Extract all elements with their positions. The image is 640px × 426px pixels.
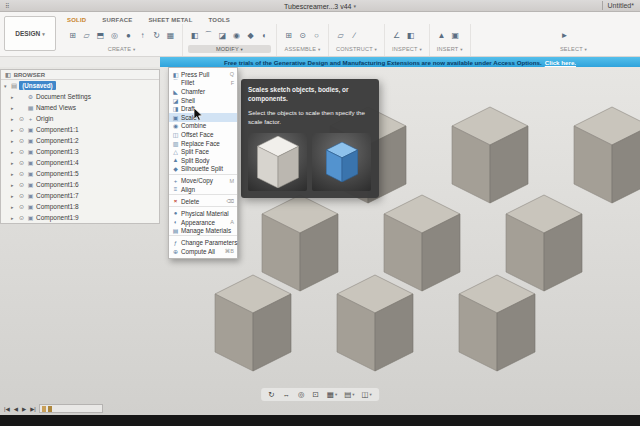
extrude-icon[interactable]: ↑ xyxy=(136,26,149,44)
menu-item-press-pull[interactable]: ◧ Press Pull Q xyxy=(169,70,237,79)
menu-item-split-face[interactable]: △ Split Face xyxy=(169,147,237,156)
viewports-icon[interactable]: ◫ ▾ xyxy=(360,389,374,400)
group-label-select[interactable]: SELECT ▾ xyxy=(558,45,589,53)
browser-item[interactable]: ▸ ⊙ ▣ Component1:9 xyxy=(1,212,159,223)
document-title[interactable]: Tubescreamer...3 v44 ▾ xyxy=(284,0,356,12)
menu-item-appearance[interactable]: ◐ Appearance A xyxy=(169,218,237,227)
shell-icon[interactable]: ◪ xyxy=(216,26,229,44)
assemble-component-icon[interactable]: ⊞ xyxy=(282,26,295,44)
decal-icon[interactable]: ▣ xyxy=(449,26,462,44)
cube[interactable] xyxy=(506,195,582,291)
banner-link[interactable]: Click here. xyxy=(545,59,576,66)
visibility-eye-icon[interactable]: ⊙ xyxy=(18,203,25,210)
menu-item-delete[interactable]: × Delete ⌫ xyxy=(169,197,237,207)
go-to-start-icon[interactable]: |◀ xyxy=(3,406,11,412)
visibility-eye-icon[interactable]: ⊙ xyxy=(18,115,25,122)
cube[interactable] xyxy=(337,275,413,371)
menu-item-replace-face[interactable]: ▥ Replace Face xyxy=(169,139,237,148)
disclosure-icon[interactable]: ▸ xyxy=(11,138,16,144)
split-icon[interactable]: ◆ xyxy=(244,26,257,44)
menu-item-shell[interactable]: ◪ Shell xyxy=(169,96,237,105)
timeline-strip[interactable] xyxy=(39,404,103,413)
ribbon-tab[interactable]: SURFACE xyxy=(100,16,134,24)
construction-plane-icon[interactable]: ▱ xyxy=(334,26,347,44)
sphere-icon[interactable]: ● xyxy=(122,26,135,44)
measure-icon[interactable]: ∠ xyxy=(390,26,403,44)
browser-item[interactable]: ▸ ▦ Named Views xyxy=(1,102,159,113)
apps-grid-icon[interactable]: ⠿ xyxy=(0,2,14,9)
browser-item[interactable]: ▸ ⊙ ▣ Component1:3 xyxy=(1,146,159,157)
visibility-eye-icon[interactable]: ⊙ xyxy=(18,170,25,177)
browser-document-row[interactable]: ▾ ▤ (Unsaved) xyxy=(1,80,159,91)
grid-and-snaps-icon[interactable]: ▤ ▾ xyxy=(342,389,356,400)
visibility-eye-icon[interactable]: ⊙ xyxy=(18,159,25,166)
background-window-title[interactable]: Untitled* xyxy=(608,2,634,9)
menu-item-change-parameters[interactable]: ƒ Change Parameters xyxy=(169,238,237,247)
visibility-eye-icon[interactable]: ⊙ xyxy=(18,137,25,144)
go-to-end-icon[interactable]: ▶| xyxy=(29,406,37,412)
ribbon-tab[interactable]: TOOLS xyxy=(207,16,233,24)
browser-item[interactable]: ▸ ⚙ Document Settings xyxy=(1,91,159,102)
ribbon-tab[interactable]: SOLID xyxy=(65,16,88,24)
menu-item-align[interactable]: ≡ Align xyxy=(169,185,237,195)
disclosure-icon[interactable]: ▸ xyxy=(11,105,16,111)
visibility-eye-icon[interactable]: ⊙ xyxy=(18,192,25,199)
new-component-icon[interactable]: ⊞ xyxy=(66,26,79,44)
visibility-eye-icon[interactable]: ⊙ xyxy=(18,181,25,188)
step-back-icon[interactable]: ◀ xyxy=(13,406,19,412)
viewport[interactable]: ◧ BROWSER ▾ ▤ (Unsaved) ▸ ⚙ Document Set… xyxy=(0,67,640,415)
group-label-assemble[interactable]: ASSEMBLE ▾ xyxy=(282,45,323,53)
workspace-selector[interactable]: DESIGN ▾ xyxy=(4,16,56,51)
menu-item-manage-materials[interactable]: ▤ Manage Materials xyxy=(169,226,237,236)
group-label-inspect[interactable]: INSPECT ▾ xyxy=(390,45,424,53)
pan-icon[interactable]: ↔ xyxy=(280,389,293,400)
timeline-feature-marker[interactable] xyxy=(48,406,52,412)
browser-item[interactable]: ▸ ⊙ ▣ Component1:1 xyxy=(1,124,159,135)
visibility-eye-icon[interactable]: ⊙ xyxy=(18,148,25,155)
pattern-icon[interactable]: ▦ xyxy=(164,26,177,44)
disclosure-icon[interactable]: ▸ xyxy=(11,171,16,177)
construction-axis-icon[interactable]: ∕ xyxy=(348,26,361,44)
appearance-icon[interactable]: ◐ xyxy=(258,26,271,44)
cube[interactable] xyxy=(452,107,528,203)
visibility-eye-icon[interactable]: ⊙ xyxy=(18,126,25,133)
menu-item-split-body[interactable]: ▲ Split Body xyxy=(169,156,237,165)
cube[interactable] xyxy=(459,275,535,371)
menu-item-compute-all[interactable]: ⊕ Compute All ⌘B xyxy=(169,247,237,256)
browser-item[interactable]: ▸ ⊙ ▣ Component1:7 xyxy=(1,190,159,201)
ribbon-tab[interactable]: SHEET METAL xyxy=(146,16,194,24)
menu-item-fillet[interactable]: ⌒ Fillet F xyxy=(169,79,237,88)
menu-item-move-copy[interactable]: + Move/Copy M xyxy=(169,177,237,186)
cube[interactable] xyxy=(215,275,291,371)
zoom-icon[interactable]: ◎ xyxy=(296,389,308,400)
disclosure-icon[interactable]: ▸ xyxy=(11,127,16,133)
browser-item[interactable]: ▸ ⊙ ▣ Component1:4 xyxy=(1,157,159,168)
disclosure-icon[interactable]: ▸ xyxy=(11,149,16,155)
cube[interactable] xyxy=(384,195,460,291)
browser-item[interactable]: ▸ ⊙ + Origin xyxy=(1,113,159,124)
disclosure-icon[interactable]: ▸ xyxy=(11,116,16,122)
group-label-modify[interactable]: MODIFY ▾ xyxy=(188,45,271,53)
create-sketch-icon[interactable]: ▱ xyxy=(80,26,93,44)
disclosure-icon[interactable]: ▸ xyxy=(11,94,16,100)
insert-mesh-icon[interactable]: ▲ xyxy=(435,26,448,44)
cylinder-icon[interactable]: ◎ xyxy=(108,26,121,44)
document-name[interactable]: (Unsaved) xyxy=(19,81,55,90)
browser-header[interactable]: ◧ BROWSER xyxy=(1,70,159,80)
menu-item-physical-material[interactable]: ● Physical Material xyxy=(169,209,237,218)
browser-item[interactable]: ▸ ⊙ ▣ Component1:6 xyxy=(1,179,159,190)
menu-item-offset-face[interactable]: ◫ Offset Face xyxy=(169,130,237,139)
menu-item-scale[interactable]: ▣ Scale xyxy=(169,113,237,122)
press-pull-icon[interactable]: ◧ xyxy=(188,26,201,44)
menu-item-silhouette-split[interactable]: ◆ Silhouette Split xyxy=(169,165,237,175)
menu-item-draft[interactable]: ◨ Draft xyxy=(169,104,237,113)
disclosure-icon[interactable]: ▸ xyxy=(11,193,16,199)
revolve-icon[interactable]: ↻ xyxy=(150,26,163,44)
browser-item[interactable]: ▸ ⊙ ▣ Component1:5 xyxy=(1,168,159,179)
box-icon[interactable]: ⬒ xyxy=(94,26,107,44)
cube[interactable] xyxy=(262,195,338,291)
fillet-icon[interactable]: ⌒ xyxy=(202,26,215,44)
as-built-joint-icon[interactable]: ○ xyxy=(310,26,323,44)
browser-item[interactable]: ▸ ⊙ ▣ Component1:2 xyxy=(1,135,159,146)
group-label-construct[interactable]: CONSTRUCT ▾ xyxy=(334,45,379,53)
